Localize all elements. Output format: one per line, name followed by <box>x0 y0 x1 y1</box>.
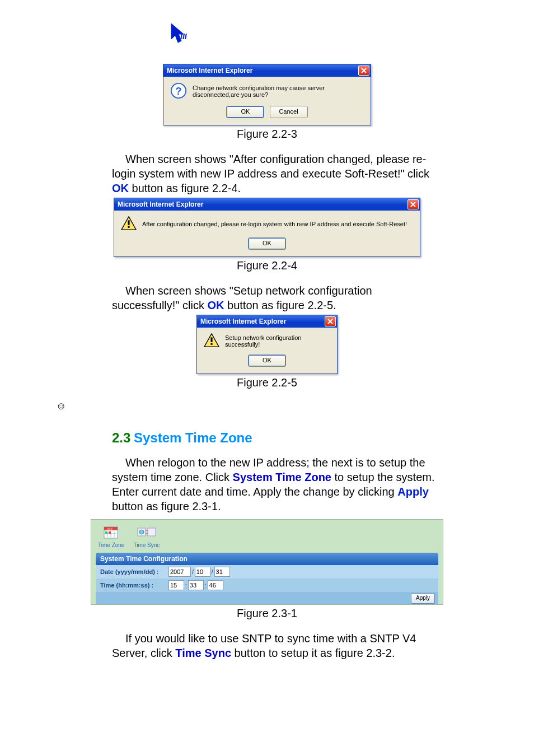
conf-row-time: Time (hh:mm:ss) : :: <box>96 578 438 592</box>
dialog-titlebar: Microsoft Internet Explorer <box>163 64 371 77</box>
ok-button[interactable]: OK <box>248 354 286 367</box>
svg-text:3 2 1: 3 2 1 <box>107 528 113 530</box>
time-sync-link: Time Sync <box>175 647 231 659</box>
close-icon[interactable] <box>358 66 369 76</box>
section-number: 2.3 <box>112 430 130 445</box>
dialog-message: After configuration changed, please re-l… <box>137 221 407 227</box>
body-paragraph: If you would like to use SNTP to sync ti… <box>112 631 437 660</box>
close-icon[interactable] <box>325 316 336 326</box>
time-sec-input[interactable] <box>208 580 223 590</box>
svg-rect-14 <box>105 531 107 534</box>
time-hour-input[interactable] <box>168 580 184 590</box>
date-label: Date (yyyy/mm/dd) : <box>100 568 168 575</box>
text: button as figure 2.2-5. <box>224 299 336 311</box>
tab-time-sync[interactable]: Time Sync <box>133 524 160 548</box>
calendar-icon: 3 2 1 <box>101 524 121 541</box>
svg-rect-6 <box>210 343 212 345</box>
section-heading: 2.3 System Time Zone <box>112 429 437 446</box>
dialog-titlebar: Microsoft Internet Explorer <box>114 198 420 211</box>
smiley-icon: ☺ <box>56 400 534 412</box>
svg-rect-17 <box>148 528 156 536</box>
system-time-zone-link: System Time Zone <box>233 471 331 483</box>
dialog-titlebar: Microsoft Internet Explorer <box>197 315 337 328</box>
body-paragraph: When screen shows "Setup network configu… <box>112 283 437 312</box>
cancel-button[interactable]: Cancel <box>270 106 308 118</box>
close-icon[interactable] <box>407 199 419 209</box>
text: button as figure 2.2-4. <box>129 182 241 194</box>
tab-time-zone[interactable]: 3 2 1 Time Zone <box>98 524 124 548</box>
date-day-input[interactable] <box>214 567 230 577</box>
question-icon: ? <box>170 82 187 100</box>
dialog-confirm-network: Microsoft Internet Explorer ? Change net… <box>163 64 371 125</box>
text: When screen shows "After configuration c… <box>112 153 429 180</box>
conf-row-date: Date (yyyy/mm/dd) : // <box>96 565 438 578</box>
ok-button[interactable]: OK <box>226 106 264 118</box>
brand-logo: III <box>168 22 534 47</box>
dialog-title: Microsoft Internet Explorer <box>167 64 252 77</box>
dialog-title: Microsoft Internet Explorer <box>200 315 286 328</box>
dialog-message: Change network configuration may cause s… <box>187 85 364 98</box>
warning-icon <box>204 333 219 349</box>
ok-word: OK <box>207 299 224 311</box>
ok-button[interactable]: OK <box>248 237 286 250</box>
tab-label: Time Sync <box>133 542 160 548</box>
figure-caption: Figure 2.2-3 <box>0 128 534 141</box>
time-min-input[interactable] <box>188 580 204 590</box>
date-month-input[interactable] <box>195 567 210 577</box>
svg-text:?: ? <box>175 85 181 97</box>
figure-caption: Figure 2.2-5 <box>0 376 534 389</box>
tab-label: Time Zone <box>98 542 124 548</box>
section-title: System Time Zone <box>134 430 252 445</box>
dialog-softreset: Microsoft Internet Explorer After config… <box>114 198 420 257</box>
date-year-input[interactable] <box>168 567 191 577</box>
apply-word: Apply <box>397 486 429 498</box>
figure-caption: Figure 2.2-4 <box>0 259 534 272</box>
dialog-success: Microsoft Internet Explorer Setup networ… <box>196 315 338 374</box>
svg-text:III: III <box>180 32 188 41</box>
dialog-title: Microsoft Internet Explorer <box>118 198 203 211</box>
time-label: Time (hh:mm:ss) : <box>100 582 168 589</box>
ok-word: OK <box>112 182 129 194</box>
conf-header: System Time Configuration <box>96 553 438 565</box>
svg-rect-15 <box>109 531 111 534</box>
dialog-message: Setup network configuration successfully… <box>219 334 330 348</box>
body-paragraph: When relogon to the new IP address; the … <box>112 455 437 514</box>
body-paragraph: When screen shows "After configuration c… <box>112 152 437 195</box>
apply-button[interactable]: Apply <box>411 593 435 604</box>
conf-footer: Apply <box>96 592 438 604</box>
globe-sync-icon <box>137 524 157 541</box>
text: button as figure 2.3-1. <box>112 500 221 512</box>
figure-caption: Figure 2.3-1 <box>0 607 534 620</box>
text: button to setup it as figure 2.3-2. <box>231 647 395 659</box>
time-config-panel: 3 2 1 Time Zone Time <box>91 519 443 605</box>
svg-rect-4 <box>128 226 129 228</box>
svg-rect-5 <box>210 337 212 342</box>
warning-icon <box>121 216 137 232</box>
svg-point-18 <box>139 530 144 534</box>
svg-rect-3 <box>128 220 129 225</box>
